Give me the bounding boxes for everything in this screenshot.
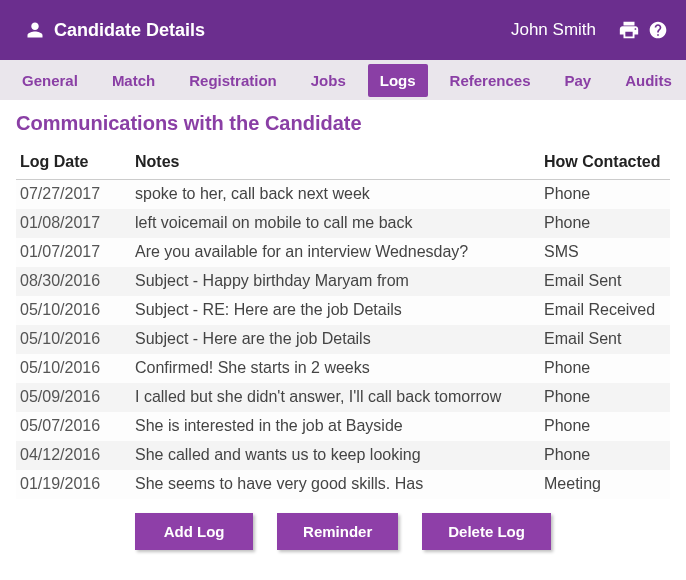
cell-how: Phone [540, 412, 670, 441]
cell-how: Email Sent [540, 325, 670, 354]
cell-how: Meeting [540, 470, 670, 499]
content-area: Communications with the Candidate Log Da… [0, 100, 686, 568]
table-row[interactable]: 07/27/2017spoke to her, call back next w… [16, 180, 670, 209]
action-bar: Add Log Reminder Delete Log [16, 499, 670, 568]
cell-date: 05/10/2016 [16, 325, 131, 354]
cell-date: 07/27/2017 [16, 180, 131, 209]
cell-date: 01/07/2017 [16, 238, 131, 267]
table-row[interactable]: 01/08/2017left voicemail on mobile to ca… [16, 209, 670, 238]
cell-date: 05/07/2016 [16, 412, 131, 441]
cell-how: Phone [540, 354, 670, 383]
cell-how: SMS [540, 238, 670, 267]
cell-date: 01/08/2017 [16, 209, 131, 238]
tab-registration[interactable]: Registration [177, 64, 289, 97]
table-row[interactable]: 04/12/2016She called and wants us to kee… [16, 441, 670, 470]
cell-how: Phone [540, 180, 670, 209]
cell-notes: left voicemail on mobile to call me back [131, 209, 540, 238]
tab-references[interactable]: References [438, 64, 543, 97]
cell-notes: Subject - Here are the job Details [131, 325, 540, 354]
cell-how: Phone [540, 209, 670, 238]
cell-notes: She called and wants us to keep looking [131, 441, 540, 470]
col-header-notes[interactable]: Notes [131, 145, 540, 180]
tab-match[interactable]: Match [100, 64, 167, 97]
table-row[interactable]: 05/09/2016I called but she didn't answer… [16, 383, 670, 412]
cell-date: 01/19/2016 [16, 470, 131, 499]
col-header-date[interactable]: Log Date [16, 145, 131, 180]
tab-logs[interactable]: Logs [368, 64, 428, 97]
cell-date: 05/10/2016 [16, 296, 131, 325]
table-row[interactable]: 08/30/2016Subject - Happy birthday Marya… [16, 267, 670, 296]
user-icon [26, 21, 44, 39]
add-log-button[interactable]: Add Log [135, 513, 253, 550]
page-title: Candidate Details [54, 20, 205, 41]
table-row[interactable]: 05/10/2016Confirmed! She starts in 2 wee… [16, 354, 670, 383]
cell-how: Email Sent [540, 267, 670, 296]
cell-notes: Subject - Happy birthday Maryam from [131, 267, 540, 296]
help-icon[interactable] [648, 20, 668, 40]
cell-notes: Are you available for an interview Wedne… [131, 238, 540, 267]
reminder-button[interactable]: Reminder [277, 513, 398, 550]
cell-notes: Subject - RE: Here are the job Details [131, 296, 540, 325]
header-left: Candidate Details [18, 20, 205, 41]
tab-general[interactable]: General [10, 64, 90, 97]
col-header-how[interactable]: How Contacted [540, 145, 670, 180]
current-user: John Smith [511, 20, 596, 40]
cell-notes: She seems to have very good skills. Has [131, 470, 540, 499]
table-row[interactable]: 01/19/2016She seems to have very good sk… [16, 470, 670, 499]
print-icon[interactable] [618, 19, 640, 41]
cell-date: 05/10/2016 [16, 354, 131, 383]
table-row[interactable]: 05/10/2016Subject - Here are the job Det… [16, 325, 670, 354]
logs-table: Log Date Notes How Contacted 07/27/2017s… [16, 145, 670, 499]
cell-notes: I called but she didn't answer, I'll cal… [131, 383, 540, 412]
cell-notes: spoke to her, call back next week [131, 180, 540, 209]
cell-date: 05/09/2016 [16, 383, 131, 412]
header-bar: Candidate Details John Smith [0, 0, 686, 60]
cell-notes: Confirmed! She starts in 2 weeks [131, 354, 540, 383]
tab-pay[interactable]: Pay [552, 64, 603, 97]
cell-date: 04/12/2016 [16, 441, 131, 470]
section-title: Communications with the Candidate [16, 112, 670, 135]
table-row[interactable]: 05/07/2016She is interested in the job a… [16, 412, 670, 441]
delete-log-button[interactable]: Delete Log [422, 513, 551, 550]
table-row[interactable]: 01/07/2017Are you available for an inter… [16, 238, 670, 267]
cell-how: Phone [540, 383, 670, 412]
cell-date: 08/30/2016 [16, 267, 131, 296]
table-row[interactable]: 05/10/2016Subject - RE: Here are the job… [16, 296, 670, 325]
tab-jobs[interactable]: Jobs [299, 64, 358, 97]
tab-bar: GeneralMatchRegistrationJobsLogsReferenc… [0, 60, 686, 100]
cell-how: Email Received [540, 296, 670, 325]
cell-how: Phone [540, 441, 670, 470]
cell-notes: She is interested in the job at Bayside [131, 412, 540, 441]
tab-audits[interactable]: Audits [613, 64, 684, 97]
